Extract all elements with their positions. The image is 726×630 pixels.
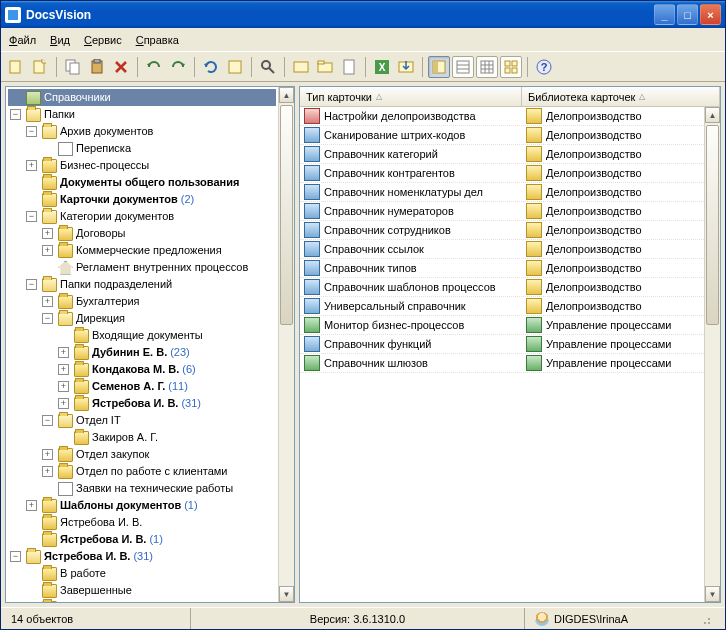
scroll-thumb[interactable] <box>706 125 719 325</box>
tree-item[interactable]: +Дубинин Е. В. (23) <box>56 344 276 361</box>
tree-item[interactable]: Папка для экземпляров процесса <box>24 599 276 603</box>
close-button[interactable]: × <box>700 4 721 25</box>
tree-item[interactable]: −Категории документов <box>24 208 276 225</box>
tb-card-icon[interactable] <box>290 56 312 78</box>
tree-item[interactable]: +Шаблоны документов (1) <box>24 497 276 514</box>
tree-item[interactable]: +Отдел по работе с клиентами <box>40 463 276 480</box>
expand-icon[interactable]: + <box>58 364 69 375</box>
tree-item[interactable]: +Кондакова М. В. (6) <box>56 361 276 378</box>
expand-icon[interactable]: − <box>42 313 53 324</box>
tb-excel-icon[interactable]: X <box>371 56 393 78</box>
expand-icon[interactable]: − <box>10 109 21 120</box>
tree-item[interactable]: +Договоры <box>40 225 276 242</box>
expand-icon[interactable]: − <box>26 126 37 137</box>
tree-item[interactable]: −Папки подразделений <box>24 276 276 293</box>
grid-row[interactable]: Справочник ссылокДелопроизводство <box>300 240 704 259</box>
tree-folders[interactable]: − Папки <box>8 106 276 123</box>
grid-body[interactable]: Настройки делопроизводстваДелопроизводст… <box>300 107 704 602</box>
tree-root-dictionaries[interactable]: Справочники <box>8 89 276 106</box>
menu-help[interactable]: Справка <box>136 34 179 46</box>
minimize-button[interactable]: _ <box>654 4 675 25</box>
tb-undo-icon[interactable] <box>143 56 165 78</box>
expand-icon[interactable]: + <box>42 228 53 239</box>
expand-icon[interactable]: − <box>26 211 37 222</box>
scroll-thumb[interactable] <box>280 105 293 325</box>
tree-item[interactable]: +Семенов А. Г. (11) <box>56 378 276 395</box>
expand-icon[interactable]: + <box>26 160 37 171</box>
menu-service[interactable]: Сервис <box>84 34 122 46</box>
tb-export-icon[interactable] <box>395 56 417 78</box>
grid-row[interactable]: Справочник типовДелопроизводство <box>300 259 704 278</box>
tb-view2-icon[interactable] <box>452 56 474 78</box>
expand-icon[interactable]: + <box>42 449 53 460</box>
grid-row[interactable]: Справочник сотрудниковДелопроизводство <box>300 221 704 240</box>
tree-item[interactable]: Входящие документы <box>56 327 276 344</box>
grid-header-library[interactable]: Библиотека карточек △ <box>522 87 720 106</box>
grid-row[interactable]: Универсальный справочникДелопроизводство <box>300 297 704 316</box>
tree-item[interactable]: Переписка <box>40 140 276 157</box>
folder-tree[interactable]: Справочники − Папки −Архив документовПер… <box>6 87 278 603</box>
grid-row[interactable]: Справочник номенклатуры делДелопроизводс… <box>300 183 704 202</box>
tb-view3-icon[interactable] <box>476 56 498 78</box>
menu-view[interactable]: Вид <box>50 34 70 46</box>
expand-icon[interactable]: + <box>42 245 53 256</box>
scroll-down-icon[interactable]: ▼ <box>705 586 720 602</box>
tree-item[interactable]: −Дирекция <box>40 310 276 327</box>
expand-icon[interactable]: + <box>42 466 53 477</box>
tb-refresh-icon[interactable] <box>200 56 222 78</box>
grid-row[interactable]: Сканирование штрих-кодовДелопроизводство <box>300 126 704 145</box>
grid-row[interactable]: Справочник категорийДелопроизводство <box>300 145 704 164</box>
tree-item[interactable]: Документы общего пользования <box>24 174 276 191</box>
expand-icon[interactable]: + <box>58 347 69 358</box>
tb-new-icon[interactable] <box>5 56 27 78</box>
titlebar[interactable]: DocsVision _ □ × <box>1 1 725 28</box>
grid-row[interactable]: Справочник контрагентовДелопроизводство <box>300 164 704 183</box>
expand-icon[interactable]: − <box>26 279 37 290</box>
expand-icon[interactable]: + <box>58 381 69 392</box>
grid-row[interactable]: Справочник нумераторовДелопроизводство <box>300 202 704 221</box>
tb-delete-icon[interactable] <box>110 56 132 78</box>
expand-icon[interactable]: − <box>10 551 21 562</box>
scroll-up-icon[interactable]: ▲ <box>279 87 294 103</box>
tb-props-icon[interactable] <box>224 56 246 78</box>
tree-scrollbar[interactable]: ▲ ▼ <box>278 87 294 602</box>
tb-copy-icon[interactable] <box>62 56 84 78</box>
tree-item[interactable]: −Архив документов <box>24 123 276 140</box>
tree-user-root[interactable]: − Ястребова И. В. (31) <box>8 548 276 565</box>
grid-row[interactable]: Справочник функцийУправление процессами <box>300 335 704 354</box>
grid-header-type[interactable]: Тип карточки △ <box>300 87 522 106</box>
grid-row[interactable]: Справочник шлюзовУправление процессами <box>300 354 704 373</box>
tb-view4-icon[interactable] <box>500 56 522 78</box>
grid-row[interactable]: Монитор бизнес-процессовУправление проце… <box>300 316 704 335</box>
tb-doc-icon[interactable] <box>338 56 360 78</box>
scroll-down-icon[interactable]: ▼ <box>279 586 294 602</box>
tree-item[interactable]: Закиров А. Г. <box>56 429 276 446</box>
tb-folder-icon[interactable] <box>314 56 336 78</box>
tree-item[interactable]: +Ястребова И. В. (31) <box>56 395 276 412</box>
grid-row[interactable]: Настройки делопроизводстваДелопроизводст… <box>300 107 704 126</box>
tb-view1-icon[interactable] <box>428 56 450 78</box>
scroll-up-icon[interactable]: ▲ <box>705 107 720 123</box>
expand-icon[interactable]: + <box>58 398 69 409</box>
tree-item[interactable]: +Бухгалтерия <box>40 293 276 310</box>
tree-item[interactable]: +Отдел закупок <box>40 446 276 463</box>
tb-paste-icon[interactable] <box>86 56 108 78</box>
tb-help-icon[interactable]: ? <box>533 56 555 78</box>
list-scrollbar[interactable]: ▲ ▼ <box>704 107 720 602</box>
tree-item[interactable]: В работе <box>24 565 276 582</box>
tree-item[interactable]: +Коммерческие предложения <box>40 242 276 259</box>
tree-item[interactable]: Завершенные <box>24 582 276 599</box>
menu-file[interactable]: Файл <box>9 34 36 46</box>
tree-item[interactable]: −Отдел IT <box>40 412 276 429</box>
expand-icon[interactable]: − <box>42 415 53 426</box>
tree-item[interactable]: +Бизнес-процессы <box>24 157 276 174</box>
tree-item[interactable]: Ястребова И. В. (1) <box>24 531 276 548</box>
expand-icon[interactable]: + <box>26 500 37 511</box>
tree-item[interactable]: Ястребова И. В. <box>24 514 276 531</box>
tree-item[interactable]: Заявки на технические работы <box>40 480 276 497</box>
resize-grip-icon[interactable] <box>697 611 713 627</box>
tree-item[interactable]: Карточки документов (2) <box>24 191 276 208</box>
tree-item[interactable]: Регламент внутренних процессов <box>40 259 276 276</box>
tb-redo-icon[interactable] <box>167 56 189 78</box>
maximize-button[interactable]: □ <box>677 4 698 25</box>
